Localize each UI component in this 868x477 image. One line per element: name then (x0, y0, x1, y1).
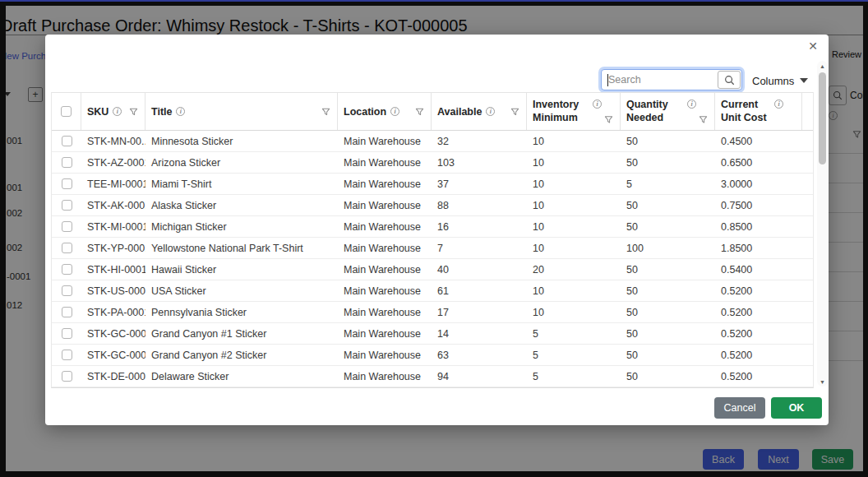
search-icon[interactable] (718, 71, 741, 89)
row-checkbox-cell (52, 136, 81, 146)
row-checkbox[interactable] (62, 200, 72, 211)
cell-location: Main Warehouse (338, 200, 432, 211)
filter-icon[interactable] (129, 107, 138, 116)
info-icon[interactable]: i (176, 107, 185, 116)
text-cursor (607, 74, 608, 86)
table-row[interactable]: STK-GC-0001Grand Canyon #1 StickerMain W… (52, 323, 813, 345)
column-header-location: Locationi (338, 93, 432, 130)
table-row[interactable]: TEE-MI-0001Miami T-ShirtMain Warehouse37… (52, 174, 813, 195)
cell-current-unit-cost: 0.5200 (715, 371, 802, 382)
cell-inventory-minimum: 5 (527, 350, 621, 361)
cell-location: Main Warehouse (338, 328, 432, 340)
cell-sku: STK-PA-0001 (81, 307, 145, 318)
cell-location: Main Warehouse (338, 285, 432, 297)
cell-location: Main Warehouse (338, 178, 432, 190)
row-checkbox[interactable] (62, 328, 72, 339)
cell-title: Hawaii Sticker (145, 264, 338, 276)
row-checkbox[interactable] (62, 307, 72, 317)
cell-inventory-minimum: 20 (527, 264, 621, 276)
filter-icon[interactable] (321, 107, 330, 116)
table-row[interactable]: STK-AK-0001Alaska StickerMain Warehouse8… (52, 195, 813, 216)
cell-available: 103 (432, 157, 527, 169)
cell-sku: STK-DE-0001 (81, 371, 145, 382)
cell-sku: STK-AZ-0001 (81, 157, 145, 169)
row-checkbox[interactable] (62, 157, 72, 168)
cell-current-unit-cost: 0.6500 (715, 157, 802, 169)
filter-icon[interactable] (510, 107, 519, 116)
table-row[interactable]: STK-DE-0001Delaware StickerMain Warehous… (52, 366, 813, 387)
cell-inventory-minimum: 10 (527, 178, 621, 190)
filter-icon[interactable] (699, 115, 708, 124)
columns-dropdown[interactable]: Columns (752, 72, 808, 89)
cell-quantity-needed: 50 (621, 307, 715, 318)
info-icon[interactable]: i (687, 100, 696, 109)
search-box (601, 69, 742, 90)
cell-current-unit-cost: 3.0000 (715, 178, 802, 190)
table-row[interactable]: STK-PA-0001Pennsylvania StickerMain Ware… (52, 302, 813, 323)
column-label: Inventory Minimum (533, 98, 592, 124)
cell-current-unit-cost: 0.5200 (715, 328, 802, 340)
cell-current-unit-cost: 1.8500 (715, 243, 802, 254)
ok-button[interactable]: OK (771, 397, 822, 419)
cell-title: Michigan Sticker (145, 221, 338, 233)
cell-current-unit-cost: 0.5200 (715, 285, 802, 297)
table-row[interactable]: STK-GC-0002Grand Canyon #2 StickerMain W… (52, 345, 813, 366)
table-row[interactable]: STK-US-0001USA StickerMain Warehouse6110… (52, 280, 813, 302)
cell-inventory-minimum: 5 (527, 328, 621, 340)
scrollbar-thumb[interactable] (819, 72, 826, 164)
scroll-up-icon[interactable]: ▲ (817, 61, 828, 71)
table-row[interactable]: STK-MN-00...Minnesota StickerMain Wareho… (52, 131, 813, 152)
cell-inventory-minimum: 10 (527, 307, 621, 318)
search-input[interactable] (602, 70, 717, 90)
cell-quantity-needed: 50 (621, 136, 715, 147)
cell-available: 32 (432, 136, 527, 147)
table-row[interactable]: STK-YP-0001Yellowstone National Park T-S… (52, 238, 813, 259)
filter-icon[interactable] (604, 115, 613, 124)
info-icon[interactable]: i (774, 100, 783, 109)
cell-title: Arizona Sticker (145, 157, 338, 169)
info-icon[interactable]: i (113, 107, 122, 116)
row-checkbox[interactable] (62, 285, 72, 296)
row-checkbox[interactable] (62, 243, 72, 253)
table-row[interactable]: STK-AZ-0001Arizona StickerMain Warehouse… (52, 152, 813, 174)
cell-sku: STK-MN-00... (81, 136, 145, 147)
table-scrollbar[interactable]: ▲ ▼ (817, 61, 828, 387)
columns-dropdown-label: Columns (752, 75, 794, 87)
cell-available: 63 (432, 350, 527, 361)
cell-quantity-needed: 50 (621, 371, 715, 382)
scroll-down-icon[interactable]: ▼ (817, 377, 828, 387)
row-checkbox[interactable] (62, 136, 72, 146)
cell-quantity-needed: 50 (621, 157, 715, 169)
select-all-header-cell (52, 93, 81, 130)
cell-inventory-minimum: 10 (527, 285, 621, 297)
cancel-button[interactable]: Cancel (714, 397, 765, 419)
close-icon[interactable]: ✕ (806, 39, 820, 53)
row-checkbox[interactable] (62, 371, 72, 382)
row-checkbox[interactable] (62, 221, 72, 232)
select-all-checkbox[interactable] (61, 106, 72, 117)
filter-icon[interactable] (415, 107, 424, 116)
row-checkbox-cell (52, 264, 81, 275)
table-row[interactable]: STK-HI-0001Hawaii StickerMain Warehouse4… (52, 259, 813, 280)
info-icon[interactable]: i (593, 100, 602, 109)
cell-location: Main Warehouse (338, 243, 432, 254)
cell-quantity-needed: 50 (621, 328, 715, 340)
column-header-title: Titlei (145, 93, 338, 130)
cell-inventory-minimum: 10 (527, 221, 621, 233)
cell-sku: STK-GC-0002 (81, 350, 145, 361)
cell-available: 88 (432, 200, 527, 211)
cell-location: Main Warehouse (338, 264, 432, 276)
cell-inventory-minimum: 10 (527, 157, 621, 169)
row-checkbox[interactable] (62, 264, 72, 275)
cell-title: Minnesota Sticker (145, 136, 338, 147)
row-checkbox[interactable] (62, 178, 72, 189)
column-header-partial (802, 93, 815, 130)
table-row[interactable]: STK-MI-0001Michigan StickerMain Warehous… (52, 216, 813, 238)
info-icon[interactable]: i (390, 107, 399, 116)
cell-sku: STK-US-0001 (81, 285, 145, 297)
row-checkbox[interactable] (62, 350, 72, 360)
column-header-quantity-needed: Quantity Neededi (621, 93, 715, 130)
row-checkbox-cell (52, 350, 81, 360)
cell-current-unit-cost: 0.4500 (715, 136, 802, 147)
info-icon[interactable]: i (486, 107, 495, 116)
